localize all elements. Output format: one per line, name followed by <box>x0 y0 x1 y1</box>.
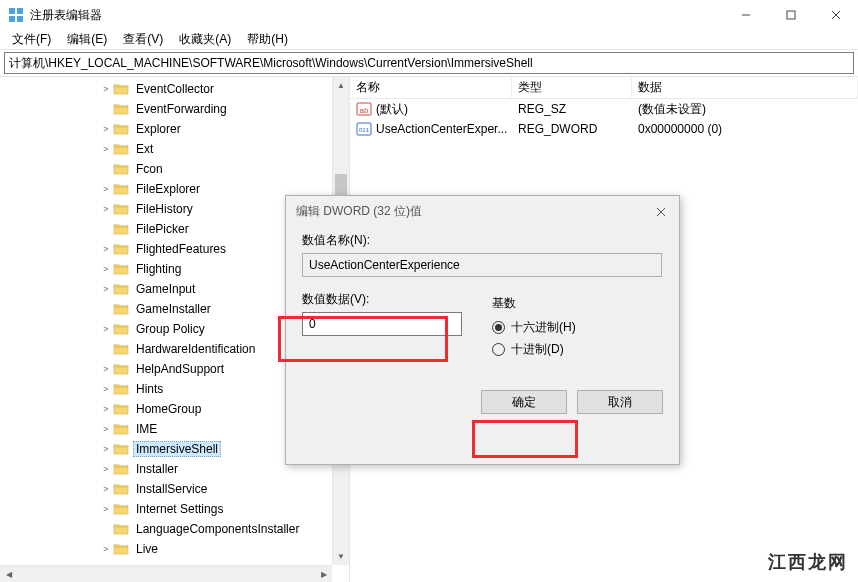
menu-favorites[interactable]: 收藏夹(A) <box>171 29 239 50</box>
radio-icon <box>492 343 505 356</box>
tree-item-label: FilePicker <box>133 221 192 237</box>
svg-rect-2 <box>9 16 15 22</box>
scroll-up-icon[interactable]: ▲ <box>333 77 349 94</box>
expander-icon[interactable]: > <box>100 383 112 395</box>
cancel-button[interactable]: 取消 <box>577 390 663 414</box>
tree-item-label: HardwareIdentification <box>133 341 258 357</box>
value-data: (数值未设置) <box>632 101 858 118</box>
radio-icon <box>492 321 505 334</box>
tree-item-label: Group Policy <box>133 321 208 337</box>
col-header-type[interactable]: 类型 <box>512 77 632 98</box>
tree-item[interactable]: >EventCollector <box>0 79 349 99</box>
tree-item-label: FlightedFeatures <box>133 241 229 257</box>
tree-item-label: HomeGroup <box>133 401 204 417</box>
expander-icon[interactable]: > <box>100 483 112 495</box>
tree-item[interactable]: >Explorer <box>0 119 349 139</box>
value-type: REG_DWORD <box>512 122 632 136</box>
expander-icon[interactable]: > <box>100 203 112 215</box>
svg-rect-0 <box>9 8 15 14</box>
tree-item-label: IME <box>133 421 160 437</box>
radio-hex-label: 十六进制(H) <box>511 319 576 336</box>
tree-item[interactable]: Fcon <box>0 159 349 179</box>
tree-item-label: ImmersiveShell <box>133 441 221 457</box>
expander-icon[interactable]: > <box>100 243 112 255</box>
tree-item[interactable]: >Ext <box>0 139 349 159</box>
menu-file[interactable]: 文件(F) <box>4 29 59 50</box>
tree-item[interactable]: >InstallService <box>0 479 349 499</box>
close-button[interactable] <box>813 0 858 30</box>
expander-icon[interactable]: > <box>100 443 112 455</box>
tree-item-label: Internet Settings <box>133 501 226 517</box>
value-name-field: UseActionCenterExperience <box>302 253 662 277</box>
expander-icon[interactable]: > <box>100 143 112 155</box>
expander-icon[interactable] <box>100 223 112 235</box>
tree-item-label: GameInstaller <box>133 301 214 317</box>
expander-icon[interactable] <box>100 343 112 355</box>
svg-rect-3 <box>17 16 23 22</box>
expander-icon[interactable]: > <box>100 423 112 435</box>
window-controls <box>723 0 858 30</box>
radio-dec-label: 十进制(D) <box>511 341 564 358</box>
radio-dec[interactable]: 十进制(D) <box>492 338 576 360</box>
expander-icon[interactable]: > <box>100 123 112 135</box>
menubar: 文件(F) 编辑(E) 查看(V) 收藏夹(A) 帮助(H) <box>0 30 858 50</box>
tree-item-label: Flighting <box>133 261 184 277</box>
close-icon <box>656 207 666 217</box>
maximize-button[interactable] <box>768 0 813 30</box>
menu-help[interactable]: 帮助(H) <box>239 29 296 50</box>
titlebar: 注册表编辑器 <box>0 0 858 30</box>
expander-icon[interactable]: > <box>100 543 112 555</box>
tree-item[interactable]: EventForwarding <box>0 99 349 119</box>
col-header-data[interactable]: 数据 <box>632 77 858 98</box>
expander-icon[interactable] <box>100 523 112 535</box>
watermark: 江西龙网 <box>768 550 848 574</box>
expander-icon[interactable]: > <box>100 263 112 275</box>
expander-icon[interactable]: > <box>100 283 112 295</box>
minimize-button[interactable] <box>723 0 768 30</box>
tree-item-label: Ext <box>133 141 156 157</box>
expander-icon[interactable]: > <box>100 83 112 95</box>
expander-icon[interactable] <box>100 103 112 115</box>
tree-item-label: Installer <box>133 461 181 477</box>
expander-icon[interactable]: > <box>100 363 112 375</box>
tree-item[interactable]: >Internet Settings <box>0 499 349 519</box>
tree-item-label: GameInput <box>133 281 198 297</box>
menu-view[interactable]: 查看(V) <box>115 29 171 50</box>
dialog-close-button[interactable] <box>649 202 673 222</box>
edit-dword-dialog: 编辑 DWORD (32 位)值 数值名称(N): UseActionCente… <box>285 195 680 465</box>
value-data-input[interactable] <box>302 312 462 336</box>
tree-item[interactable]: >Live <box>0 539 349 559</box>
value-name-label: 数值名称(N): <box>302 232 663 249</box>
svg-rect-1 <box>17 8 23 14</box>
expander-icon[interactable] <box>100 303 112 315</box>
ok-button[interactable]: 确定 <box>481 390 567 414</box>
value-name: (默认) <box>376 101 408 118</box>
radio-hex[interactable]: 十六进制(H) <box>492 316 576 338</box>
expander-icon[interactable]: > <box>100 403 112 415</box>
tree-item-label: EventForwarding <box>133 101 230 117</box>
window-title: 注册表编辑器 <box>30 7 723 24</box>
values-header: 名称 类型 数据 <box>350 77 858 99</box>
expander-icon[interactable]: > <box>100 503 112 515</box>
value-type: REG_SZ <box>512 102 632 116</box>
svg-text:011: 011 <box>359 127 370 133</box>
tree-item[interactable]: LanguageComponentsInstaller <box>0 519 349 539</box>
expander-icon[interactable] <box>100 163 112 175</box>
expander-icon[interactable]: > <box>100 463 112 475</box>
tree-hscrollbar[interactable]: ◀ ▶ <box>0 565 332 582</box>
menu-edit[interactable]: 编辑(E) <box>59 29 115 50</box>
col-header-name[interactable]: 名称 <box>350 77 512 98</box>
expander-icon[interactable]: > <box>100 323 112 335</box>
value-row[interactable]: 011UseActionCenterExper...REG_DWORD0x000… <box>350 119 858 139</box>
tree-item-label: FileExplorer <box>133 181 203 197</box>
svg-rect-5 <box>787 11 795 19</box>
value-row[interactable]: ab(默认)REG_SZ(数值未设置) <box>350 99 858 119</box>
value-name: UseActionCenterExper... <box>376 122 507 136</box>
address-bar[interactable]: 计算机\HKEY_LOCAL_MACHINE\SOFTWARE\Microsof… <box>4 52 854 74</box>
expander-icon[interactable]: > <box>100 183 112 195</box>
svg-text:ab: ab <box>360 106 369 115</box>
scroll-down-icon[interactable]: ▼ <box>333 548 349 565</box>
scroll-left-icon[interactable]: ◀ <box>0 566 17 582</box>
scroll-right-icon[interactable]: ▶ <box>315 566 332 582</box>
tree-item-label: LanguageComponentsInstaller <box>133 521 302 537</box>
